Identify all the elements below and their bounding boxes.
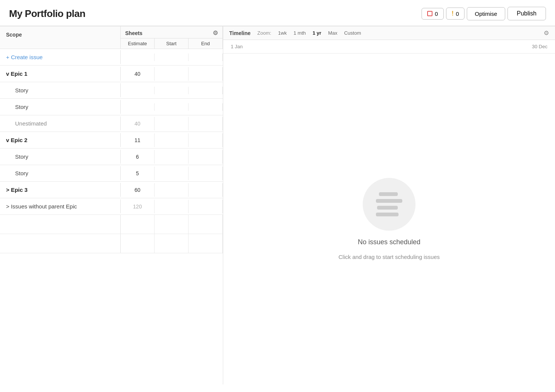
epic2-start [155, 133, 189, 147]
timeline-header: Timeline Zoom: 1wk 1 mth 1 yr Max Custom [223, 26, 555, 40]
table-row: Story [0, 99, 223, 115]
zoom-1yr[interactable]: 1 yr [311, 29, 323, 37]
end-col-header: End [189, 38, 222, 49]
table-row: > Issues without parent Epic 120 [0, 198, 223, 215]
empty-bar-1 [379, 192, 398, 196]
story2b-estimate: 5 [121, 167, 155, 180]
empty-cell-1 [121, 215, 155, 234]
story1a-label[interactable]: Story [0, 83, 121, 97]
epic2-end [189, 133, 222, 147]
create-issue-sheets [121, 54, 223, 61]
empty2-cell-3 [189, 234, 222, 253]
main-container: Scope Sheets Estimate Start End + Create… [0, 26, 555, 384]
orphan-estimate: 120 [121, 200, 155, 213]
data-rows: + Create issue v Epic 1 40 Story [0, 49, 223, 384]
empty-bar-4 [376, 213, 399, 216]
start-col-header: Start [155, 38, 189, 49]
epic3-label[interactable]: > Epic 3 [0, 183, 121, 197]
table-row: Story [0, 82, 223, 99]
sheets-gear-icon[interactable] [213, 29, 218, 37]
table-row: Story 5 [0, 165, 223, 182]
story1b-estimate [121, 103, 155, 111]
warnings-badge-button[interactable]: ! 0 [446, 8, 465, 20]
story1b-start [155, 103, 189, 111]
table-row [0, 234, 223, 253]
story1a-estimate [121, 87, 155, 94]
zoom-custom[interactable]: Custom [343, 29, 363, 37]
create-issue-row: + Create issue [0, 49, 223, 66]
empty-state-sub: Click and drag to start scheduling issue… [339, 254, 440, 260]
story2a-start [155, 150, 189, 164]
epic1-end [189, 67, 222, 81]
timeline-dates: 1 Jan 30 Dec [223, 40, 555, 54]
timeline-body: No issues scheduled Click and drag to st… [223, 54, 555, 384]
epic2-estimate: 11 [121, 133, 155, 147]
optimise-button[interactable]: Optimise [467, 7, 505, 20]
story1a-end [189, 87, 222, 94]
epic2-sheets: 11 [121, 133, 223, 147]
table-row: Story 6 [0, 149, 223, 165]
orphan-sheets: 120 [121, 200, 223, 213]
table-row: v Epic 1 40 [0, 66, 223, 82]
story1b-sheets [121, 103, 223, 111]
empty-row2-scope [0, 234, 121, 253]
story2b-end [189, 167, 222, 180]
empty2-cell-2 [155, 234, 189, 253]
sheets-group-label: Sheets [121, 26, 222, 38]
unestimated-label[interactable]: Unestimated [0, 116, 121, 130]
date-start: 1 Jan [231, 44, 243, 49]
column-headers: Scope Sheets Estimate Start End [0, 26, 223, 49]
story2a-end [189, 150, 222, 164]
story2a-label[interactable]: Story [0, 150, 121, 164]
sheets-sub-headers: Estimate Start End [121, 38, 222, 49]
publish-button[interactable]: Publish [507, 7, 546, 20]
unestimated-start [155, 117, 189, 130]
epic3-sheets: 60 [121, 183, 223, 197]
conflicts-count: 0 [435, 11, 438, 17]
story1a-sheets [121, 87, 223, 94]
unestimated-sheets: 40 [121, 117, 223, 130]
epic1-label[interactable]: v Epic 1 [0, 67, 121, 81]
empty-row2-sheets [121, 234, 223, 253]
epic1-sheets: 40 [121, 67, 223, 81]
zoom-max[interactable]: Max [327, 29, 339, 37]
table-row: Unestimated 40 [0, 115, 223, 132]
warnings-count: 0 [456, 11, 459, 17]
app-header: My Portfolio plan 0 ! 0 Optimise Publish [0, 0, 555, 26]
epic3-end [189, 183, 222, 197]
timeline-label: Timeline [229, 30, 251, 36]
story2a-sheets: 6 [121, 150, 223, 164]
story2b-start [155, 167, 189, 180]
story1b-label[interactable]: Story [0, 100, 121, 114]
epic2-label[interactable]: v Epic 2 [0, 133, 121, 147]
empty-state-icon [363, 178, 415, 231]
table-row: > Epic 3 60 [0, 182, 223, 198]
table-row: v Epic 2 11 [0, 132, 223, 149]
epic3-estimate: 60 [121, 183, 155, 197]
epic3-start [155, 183, 189, 197]
cell-start [155, 54, 189, 61]
table-row [0, 215, 223, 234]
epic1-estimate: 40 [121, 67, 155, 81]
estimate-col-header: Estimate [121, 38, 155, 49]
story1a-start [155, 87, 189, 94]
timeline-gear-icon[interactable] [544, 29, 549, 37]
conflicts-badge-button[interactable]: 0 [422, 8, 443, 20]
cell-end [189, 54, 222, 61]
timeline-panel: Timeline Zoom: 1wk 1 mth 1 yr Max Custom… [223, 26, 555, 384]
left-panel: Scope Sheets Estimate Start End + Create… [0, 26, 223, 384]
zoom-1wk[interactable]: 1wk [276, 29, 288, 37]
story2b-label[interactable]: Story [0, 166, 121, 180]
create-issue-button[interactable]: + Create issue [0, 50, 121, 64]
story1b-end [189, 103, 222, 111]
zoom-1mth[interactable]: 1 mth [292, 29, 308, 37]
conflict-icon [427, 11, 432, 16]
warning-icon: ! [452, 10, 454, 17]
empty-cell-3 [189, 215, 222, 234]
empty-bar-3 [377, 206, 398, 210]
date-end: 30 Dec [532, 44, 547, 49]
sheets-column-group: Sheets Estimate Start End [121, 26, 223, 49]
scope-column-header: Scope [0, 26, 121, 49]
cell-estimate [121, 54, 155, 61]
orphan-label[interactable]: > Issues without parent Epic [0, 199, 121, 213]
